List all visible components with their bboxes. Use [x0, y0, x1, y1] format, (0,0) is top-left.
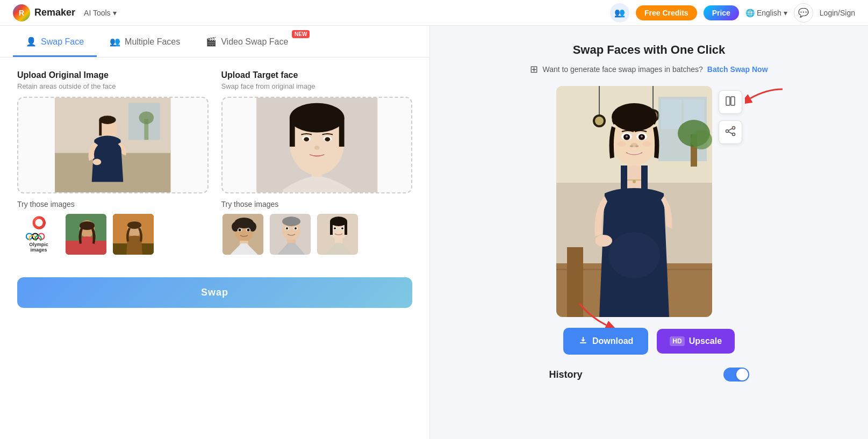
- share-button[interactable]: [719, 120, 742, 144]
- svg-point-29: [289, 103, 344, 133]
- svg-point-20: [80, 221, 95, 230]
- svg-point-25: [127, 221, 141, 229]
- community-button[interactable]: 👥: [610, 3, 629, 23]
- hd-badge: HD: [670, 336, 684, 346]
- svg-point-52: [286, 227, 288, 229]
- sample-woman3[interactable]: [269, 213, 312, 256]
- sample-asian-woman[interactable]: [316, 213, 359, 256]
- svg-point-5: [139, 111, 154, 124]
- free-credits-button[interactable]: Free Credits: [636, 5, 697, 20]
- svg-rect-30: [289, 118, 295, 147]
- upload-target-subtitle: Swap face from original image: [221, 82, 413, 90]
- svg-point-90: [595, 235, 612, 247]
- woman2-svg: [113, 214, 155, 256]
- swap-button-wrapper: Swap: [0, 269, 429, 325]
- upload-target-col: Upload Target face Swap face from origin…: [221, 70, 413, 256]
- compare-button[interactable]: [719, 90, 742, 114]
- result-area: [556, 86, 742, 317]
- batch-row: ⊞ Want to generate face swap images in b…: [530, 63, 767, 75]
- batch-text: Want to generate face swap images in bat…: [542, 65, 702, 74]
- header-left: R Remaker AI Tools ▾: [13, 4, 121, 21]
- olympic-rings-icon: ⭕: [32, 216, 46, 230]
- history-toggle[interactable]: [723, 368, 749, 382]
- history-row: History: [547, 368, 751, 382]
- svg-rect-60: [345, 221, 347, 235]
- result-image-svg: [556, 86, 712, 317]
- svg-point-98: [641, 135, 643, 138]
- header-right: 👥 Free Credits Price 🌐 English ▾ 💬 Login…: [610, 3, 855, 23]
- video-icon: 🎬: [206, 37, 217, 47]
- svg-point-89: [608, 232, 660, 278]
- svg-point-10: [93, 159, 102, 165]
- upload-original-box[interactable]: [17, 97, 209, 193]
- svg-point-112: [732, 127, 733, 128]
- ai-tools-button[interactable]: AI Tools ▾: [80, 6, 121, 19]
- svg-point-70: [595, 117, 604, 125]
- svg-line-110: [728, 132, 732, 134]
- upscale-button[interactable]: HD Upscale: [657, 329, 735, 354]
- sample-woman2[interactable]: [112, 213, 155, 256]
- share-icon: [725, 126, 736, 139]
- tab-video-swap-face-label: Video Swap Face: [221, 37, 288, 47]
- tab-multiple-faces-label: Multiple Faces: [125, 37, 180, 47]
- upload-section: Upload Original Image Retain areas outsi…: [0, 57, 429, 269]
- batch-stack-icon: ⊞: [530, 63, 538, 75]
- main-layout: 👤 Swap Face 👥 Multiple Faces 🎬 Video Swa…: [0, 26, 868, 439]
- right-panel: Swap Faces with One Click ⊞ Want to gene…: [430, 26, 868, 439]
- try-original-label: Try those images: [17, 200, 209, 208]
- sample-target-images: [221, 213, 413, 256]
- swap-button[interactable]: Swap: [17, 277, 412, 308]
- svg-point-33: [304, 137, 309, 141]
- sample-man1[interactable]: [221, 213, 264, 256]
- chevron-down-icon: ▾: [784, 9, 787, 17]
- svg-rect-105: [731, 97, 735, 105]
- tab-multiple-faces[interactable]: 👥 Multiple Faces: [97, 26, 193, 57]
- header: R Remaker AI Tools ▾ 👥 Free Credits Pric…: [0, 0, 868, 26]
- ai-tools-label: AI Tools: [84, 9, 111, 17]
- asian-svg: [317, 214, 359, 256]
- upload-original-col: Upload Original Image Retain areas outsi…: [17, 70, 209, 256]
- notification-button[interactable]: 💬: [794, 3, 813, 23]
- upscale-label: Upscale: [689, 336, 722, 346]
- login-button[interactable]: Login/Sign: [820, 9, 855, 17]
- svg-point-44: [238, 229, 241, 232]
- olympic-label: Olympic images: [20, 242, 57, 253]
- logo-icon: R: [13, 4, 30, 21]
- download-icon: [578, 335, 588, 347]
- globe-icon: 🌐: [745, 9, 755, 17]
- woman1-svg: [66, 214, 107, 256]
- svg-point-95: [626, 135, 628, 138]
- svg-rect-114: [580, 342, 586, 343]
- svg-point-99: [618, 141, 626, 147]
- download-label: Download: [592, 336, 633, 346]
- svg-rect-31: [339, 118, 344, 147]
- price-button[interactable]: Price: [704, 5, 739, 20]
- tabs: 👤 Swap Face 👥 Multiple Faces 🎬 Video Swa…: [0, 26, 429, 57]
- toggle-knob: [736, 369, 748, 380]
- svg-rect-8: [99, 120, 102, 135]
- red-arrow-compare: [745, 85, 788, 112]
- svg-point-108: [726, 129, 728, 132]
- sample-olympic[interactable]: ⭕ Olympic images: [17, 213, 60, 256]
- download-button[interactable]: Download: [563, 328, 648, 355]
- upload-original-subtitle: Retain areas outside of the face: [17, 82, 209, 90]
- svg-point-46: [247, 229, 249, 232]
- language-selector[interactable]: 🌐 English ▾: [745, 9, 787, 17]
- svg-line-111: [728, 128, 732, 131]
- tab-swap-face[interactable]: 👤 Swap Face: [13, 26, 97, 57]
- side-actions: [719, 90, 742, 144]
- person-icon: 👤: [26, 37, 37, 47]
- tab-swap-face-label: Swap Face: [41, 37, 84, 47]
- svg-point-79: [691, 130, 712, 149]
- svg-point-62: [334, 227, 336, 229]
- sample-woman1[interactable]: [64, 213, 107, 256]
- svg-point-100: [642, 141, 651, 147]
- svg-point-103: [635, 145, 639, 147]
- svg-point-54: [295, 227, 297, 229]
- people-icon: 👥: [110, 37, 120, 47]
- tab-video-swap-face[interactable]: 🎬 Video Swap Face NEW: [193, 26, 314, 57]
- man1-svg: [223, 214, 264, 256]
- right-title: Swap Faces with One Click: [573, 43, 726, 57]
- upload-target-box[interactable]: [221, 97, 413, 193]
- batch-swap-link[interactable]: Batch Swap Now: [707, 65, 768, 74]
